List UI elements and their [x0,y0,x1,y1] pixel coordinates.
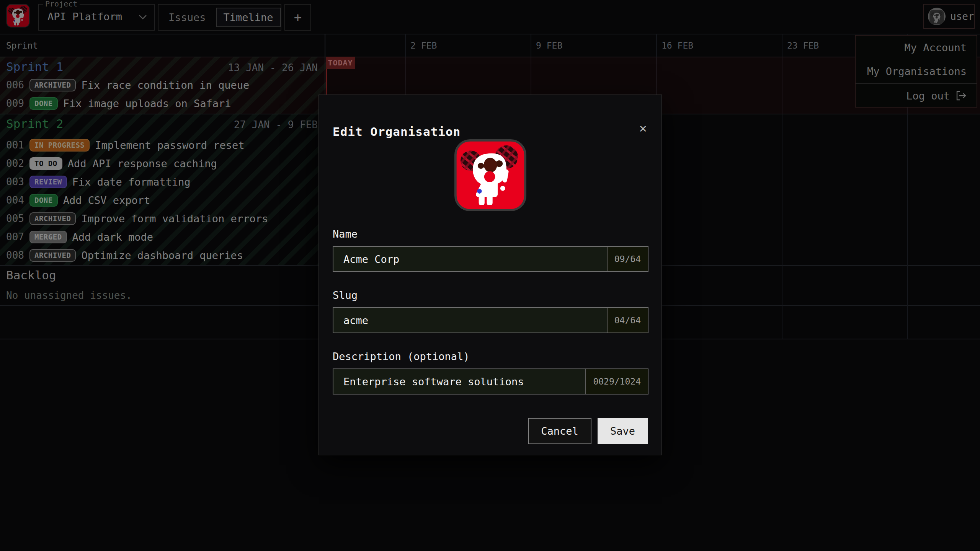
save-button[interactable]: Save [598,418,648,444]
cancel-button[interactable]: Cancel [528,418,591,444]
slug-label: Slug [333,289,648,301]
name-char-counter: 09/64 [607,247,648,271]
name-field-group: Name 09/64 [333,228,648,272]
edit-organisation-modal: Edit Organisation × Name 09/64 Slug 04/6… [318,95,662,455]
modal-title: Edit Organisation [333,125,461,139]
slug-field-group: Slug 04/64 [333,289,648,333]
organisation-logo-koala [454,139,527,212]
app-root: Project API Platform Issues Timeline + u… [0,0,980,551]
description-field-group: Description (optional) 0029/1024 [333,350,648,395]
close-icon[interactable]: × [638,120,648,136]
description-char-counter: 0029/1024 [585,369,648,394]
slug-char-counter: 04/64 [607,308,648,333]
name-input[interactable] [333,247,607,271]
name-label: Name [333,228,648,240]
modal-actions: Cancel Save [528,418,648,444]
description-label: Description (optional) [333,350,648,362]
slug-input[interactable] [333,308,607,333]
description-input[interactable] [333,369,585,394]
